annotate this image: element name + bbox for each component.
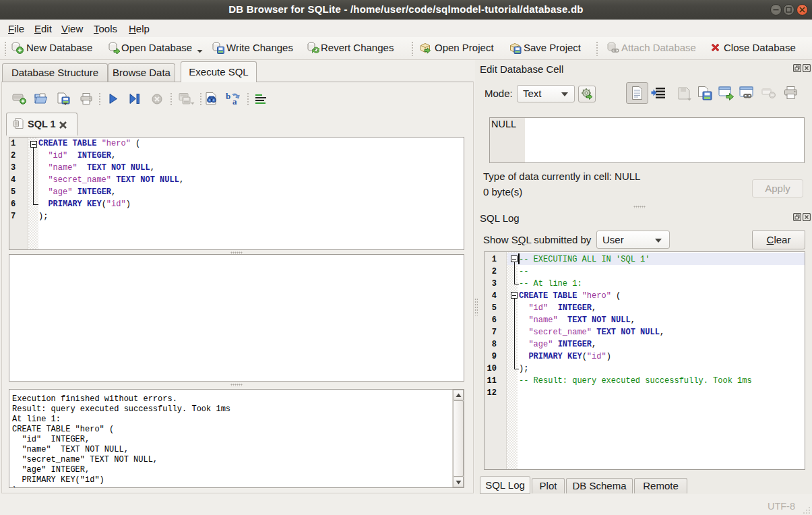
svg-text:b: b [226, 92, 230, 101]
svg-text:a: a [232, 96, 237, 106]
